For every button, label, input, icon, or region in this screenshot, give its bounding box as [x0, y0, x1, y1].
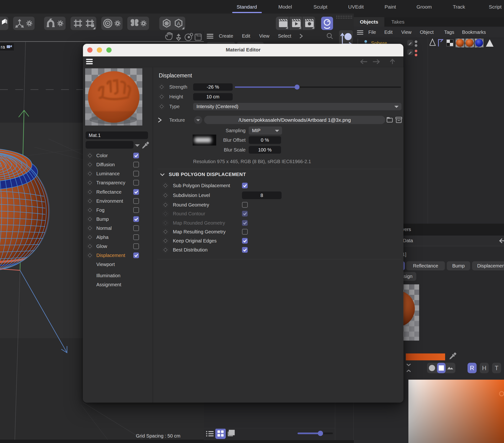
svg-text:A: A — [177, 20, 180, 26]
svg-text:ra: ra — [1, 44, 5, 50]
svg-text:Grid Spacing : 50 cm: Grid Spacing : 50 cm — [136, 433, 180, 439]
